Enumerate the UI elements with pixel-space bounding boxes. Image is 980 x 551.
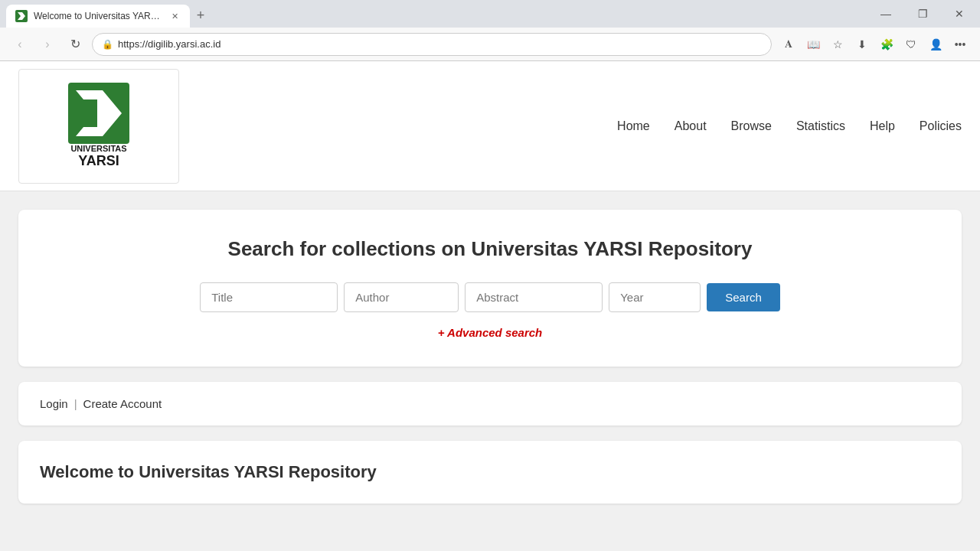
url-text: https://digilib.yarsi.ac.id xyxy=(118,38,220,50)
nav-statistics[interactable]: Statistics xyxy=(796,119,845,133)
logo-container: UNIVERSITAS YARSI xyxy=(18,69,179,184)
lock-icon: 🔒 xyxy=(102,39,113,50)
read-aloud-button[interactable]: 𝐀 xyxy=(778,34,799,55)
yarsi-logo-svg xyxy=(68,83,129,144)
advanced-search-link[interactable]: + Advanced search xyxy=(46,326,934,339)
immersive-reader-button[interactable]: 📖 xyxy=(802,34,824,55)
browser-essentials-button[interactable]: 🛡 xyxy=(900,34,922,55)
search-form: Search xyxy=(46,282,934,312)
nav-browse[interactable]: Browse xyxy=(731,119,772,133)
title-input[interactable] xyxy=(200,282,338,312)
nav-policies[interactable]: Policies xyxy=(920,119,962,133)
search-title: Search for collections on Universitas YA… xyxy=(46,237,934,261)
add-to-favorites-button[interactable]: ☆ xyxy=(827,34,848,55)
login-link[interactable]: Login xyxy=(40,397,68,410)
tab-title: Welcome to Universitas YARSI R... xyxy=(34,11,162,21)
account-card: Login | Create Account xyxy=(18,382,962,425)
tab-favicon xyxy=(15,10,28,22)
url-bar[interactable]: 🔒 https://digilib.yarsi.ac.id xyxy=(92,33,772,56)
welcome-title: Welcome to Universitas YARSI Repository xyxy=(40,462,940,482)
search-card: Search for collections on Universitas YA… xyxy=(18,210,962,367)
address-bar: ‹ › ↻ 🔒 https://digilib.yarsi.ac.id 𝐀 📖 … xyxy=(0,28,980,61)
tab-bar: — ❐ ✕ Welcome to Universitas YARSI R... … xyxy=(0,0,980,28)
active-tab[interactable]: Welcome to Universitas YARSI R... ✕ xyxy=(6,5,190,28)
nav-help[interactable]: Help xyxy=(870,119,895,133)
site-nav: Home About Browse Statistics Help Polici… xyxy=(617,119,962,133)
create-account-link[interactable]: Create Account xyxy=(83,397,162,410)
search-button[interactable]: Search xyxy=(707,283,780,311)
logo-text: UNIVERSITAS YARSI xyxy=(70,144,126,169)
close-button[interactable]: ✕ xyxy=(942,0,977,28)
browser-actions: 𝐀 📖 ☆ ⬇ 🧩 🛡 👤 ••• xyxy=(778,34,971,55)
abstract-input[interactable] xyxy=(465,282,603,312)
year-input[interactable] xyxy=(609,282,701,312)
tab-favicon-icon xyxy=(18,12,25,20)
main-area: Search for collections on Universitas YA… xyxy=(0,191,980,522)
download-button[interactable]: ⬇ xyxy=(851,34,873,55)
svg-rect-2 xyxy=(82,99,97,127)
new-tab-button[interactable]: + xyxy=(190,5,211,26)
restore-button[interactable]: ❐ xyxy=(905,0,940,28)
tab-close-button[interactable]: ✕ xyxy=(168,10,181,22)
back-button[interactable]: ‹ xyxy=(9,34,31,55)
minimize-button[interactable]: — xyxy=(868,0,903,28)
welcome-card: Welcome to Universitas YARSI Repository xyxy=(18,441,962,504)
nav-about[interactable]: About xyxy=(675,119,707,133)
refresh-button[interactable]: ↻ xyxy=(64,34,86,55)
forward-button[interactable]: › xyxy=(37,34,58,55)
nav-home[interactable]: Home xyxy=(617,119,650,133)
window-controls: — ❐ ✕ xyxy=(868,0,980,28)
more-options-button[interactable]: ••• xyxy=(949,34,971,55)
extensions-button[interactable]: 🧩 xyxy=(876,34,897,55)
site-header: UNIVERSITAS YARSI Home About Browse Stat… xyxy=(0,61,980,191)
logo-inner: UNIVERSITAS YARSI xyxy=(68,83,129,169)
profile-button[interactable]: 👤 xyxy=(925,34,946,55)
page-content: UNIVERSITAS YARSI Home About Browse Stat… xyxy=(0,61,980,551)
account-separator: | xyxy=(74,397,77,410)
author-input[interactable] xyxy=(344,282,459,312)
browser-window: — ❐ ✕ Welcome to Universitas YARSI R... … xyxy=(0,0,980,551)
